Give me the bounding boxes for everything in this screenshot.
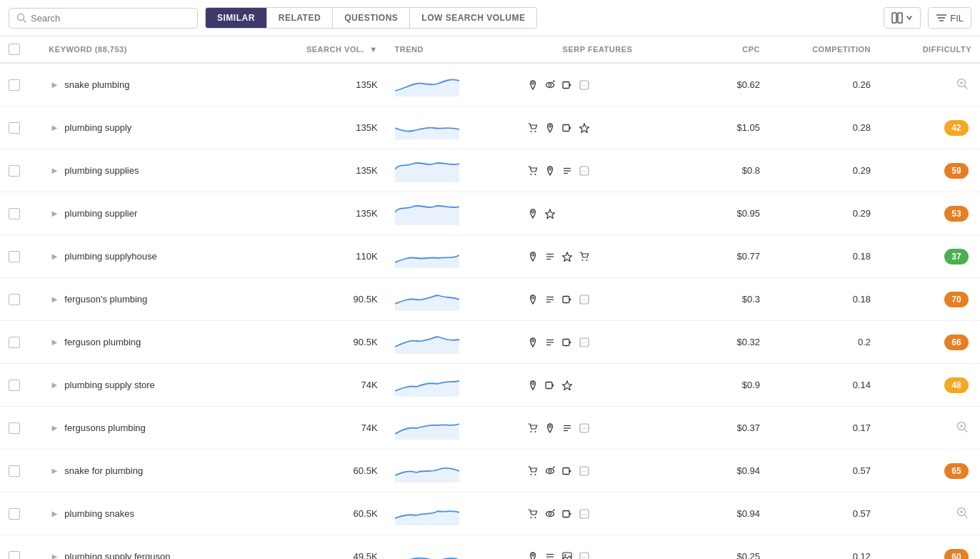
- difficulty-badge: 42: [944, 120, 969, 136]
- row-checkbox[interactable]: [9, 165, 20, 177]
- serp-icon-video: [543, 378, 557, 392]
- expand-arrow[interactable]: ►: [49, 465, 60, 477]
- competition-cell: 0.2: [769, 321, 879, 364]
- svg-point-76: [546, 468, 554, 473]
- row-checkbox[interactable]: [9, 294, 20, 305]
- trend-cell: [386, 493, 517, 535]
- svg-marker-23: [569, 127, 571, 129]
- vol-cell: 135K: [261, 149, 386, 192]
- header-checkbox[interactable]: [9, 44, 20, 55]
- row-check-cell: [0, 63, 40, 107]
- serp-icon-star: [577, 121, 591, 135]
- serp-cell: ···: [517, 278, 678, 321]
- svg-marker-80: [569, 470, 571, 473]
- keyword-text: snake for plumbing: [64, 465, 143, 476]
- tab-similar[interactable]: SIMILAR: [206, 8, 267, 28]
- svg-point-96: [531, 554, 534, 556]
- search-box[interactable]: [9, 8, 198, 29]
- row-checkbox[interactable]: [9, 465, 20, 477]
- table-row: ► plumbing supplier 135K $0.95 0.29 53: [0, 192, 980, 235]
- cpc-cell: $0.94: [678, 493, 769, 535]
- table-wrap: KEYWORD (88,753) SEARCH VOL. ▼ TREND SER…: [0, 36, 980, 559]
- header-keyword: KEYWORD (88,753): [40, 36, 261, 63]
- row-checkbox[interactable]: [9, 551, 20, 559]
- table-row: ► fergusons plumbing 74K ··· $0.37 0.17: [0, 407, 980, 450]
- svg-point-27: [549, 168, 551, 170]
- tab-questions[interactable]: QUESTIONS: [333, 8, 410, 28]
- difficulty-search-icon: [956, 420, 969, 433]
- svg-point-63: [534, 431, 536, 432]
- header-vol[interactable]: SEARCH VOL. ▼: [261, 36, 386, 63]
- row-checkbox[interactable]: [9, 337, 20, 348]
- columns-button[interactable]: [884, 7, 921, 29]
- expand-arrow[interactable]: ►: [49, 551, 60, 560]
- tab-low-search-volume[interactable]: LOW SEARCH VOLUME: [410, 8, 536, 28]
- serp-icon-shopping: [526, 421, 540, 435]
- cpc-cell: $0.25: [678, 535, 769, 560]
- svg-marker-89: [569, 513, 571, 515]
- serp-icon-search-eye: [543, 464, 557, 478]
- expand-arrow[interactable]: ►: [49, 165, 60, 177]
- table-row: ► plumbing supplies 135K ··· $0.8 0.29 5…: [0, 149, 980, 192]
- svg-point-33: [531, 211, 534, 213]
- serp-icon-list: [560, 421, 574, 435]
- serp-icon-more: ···: [577, 78, 591, 92]
- tab-related[interactable]: RELATED: [267, 8, 333, 28]
- row-checkbox[interactable]: [9, 251, 20, 262]
- difficulty-cell: 70: [879, 278, 980, 321]
- expand-arrow[interactable]: ►: [49, 208, 60, 219]
- svg-text:···: ···: [581, 554, 586, 560]
- expand-arrow[interactable]: ►: [49, 380, 60, 391]
- keyword-cell: ► fergusons plumbing: [40, 407, 261, 450]
- row-check-cell: [0, 535, 40, 560]
- keyword-text: snake plumbing: [64, 79, 129, 90]
- expand-arrow[interactable]: ►: [49, 79, 60, 91]
- table-row: ► plumbing supply ferguson 49.5K ··· $0.…: [0, 535, 980, 560]
- serp-cell: [517, 235, 678, 278]
- row-checkbox[interactable]: [9, 422, 20, 434]
- svg-rect-3: [898, 13, 902, 23]
- serp-cell: ···: [517, 493, 678, 535]
- expand-arrow[interactable]: ►: [49, 508, 60, 520]
- svg-point-35: [531, 254, 534, 256]
- cpc-cell: $0.94: [678, 450, 769, 493]
- expand-arrow[interactable]: ►: [49, 422, 60, 434]
- difficulty-cell: 65: [879, 450, 980, 493]
- svg-point-25: [530, 174, 531, 175]
- keyword-text: ferguson plumbing: [64, 337, 141, 347]
- svg-point-77: [549, 470, 551, 473]
- row-checkbox[interactable]: [9, 380, 20, 391]
- cpc-cell: $0.77: [678, 235, 769, 278]
- row-checkbox[interactable]: [9, 122, 20, 134]
- row-checkbox[interactable]: [9, 79, 20, 91]
- expand-arrow[interactable]: ►: [49, 122, 60, 134]
- svg-point-40: [581, 259, 583, 261]
- serp-icon-pin: [526, 335, 540, 350]
- table-row: ► ferguson's plumbing 90.5K ··· $0.3 0.1…: [0, 278, 980, 321]
- svg-point-58: [531, 382, 534, 385]
- svg-point-41: [586, 259, 587, 261]
- serp-icon-more: ···: [577, 550, 591, 560]
- filter-button[interactable]: FIL: [928, 7, 971, 29]
- expand-arrow[interactable]: ►: [49, 251, 60, 262]
- row-check-cell: [0, 364, 40, 407]
- header-trend: TREND: [386, 36, 517, 63]
- expand-arrow[interactable]: ►: [49, 294, 60, 305]
- header-serp: SERP FEATURES: [517, 36, 678, 63]
- trend-cell: [386, 107, 517, 149]
- keyword-text: plumbing supplyhouse: [64, 251, 156, 262]
- svg-point-8: [546, 82, 554, 87]
- svg-rect-59: [546, 382, 552, 388]
- expand-arrow[interactable]: ►: [49, 337, 60, 348]
- difficulty-badge: 53: [944, 206, 969, 222]
- serp-icon-more: ···: [577, 464, 591, 478]
- svg-point-62: [530, 431, 531, 432]
- svg-text:···: ···: [581, 297, 586, 303]
- search-input[interactable]: [31, 13, 190, 24]
- row-checkbox[interactable]: [9, 508, 20, 520]
- tab-group: SIMILAR RELATED QUESTIONS LOW SEARCH VOL…: [205, 7, 537, 29]
- row-check-cell: [0, 235, 40, 278]
- trend-cell: [386, 364, 517, 407]
- serp-icon-pin: [526, 207, 540, 221]
- row-checkbox[interactable]: [9, 208, 20, 219]
